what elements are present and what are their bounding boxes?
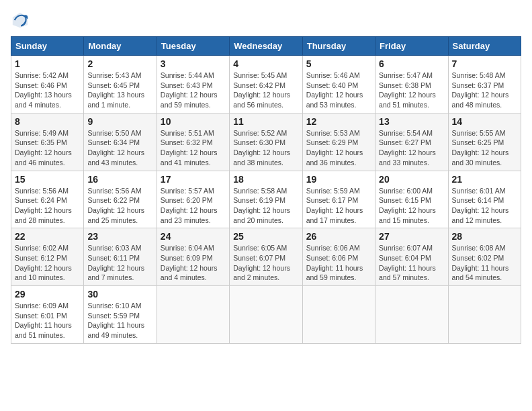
calendar-cell: 26Sunrise: 6:06 AM Sunset: 6:06 PM Dayli…: [302, 228, 375, 286]
day-detail: Sunrise: 5:44 AM Sunset: 6:43 PM Dayligh…: [161, 71, 226, 110]
day-detail: Sunrise: 5:49 AM Sunset: 6:35 PM Dayligh…: [15, 128, 80, 168]
page-header: [11, 11, 521, 30]
day-number: 13: [379, 116, 444, 127]
calendar-week-2: 8Sunrise: 5:49 AM Sunset: 6:35 PM Daylig…: [11, 113, 521, 171]
calendar-cell: 23Sunrise: 6:03 AM Sunset: 6:11 PM Dayli…: [84, 228, 157, 286]
calendar-cell: 9Sunrise: 5:50 AM Sunset: 6:34 PM Daylig…: [84, 113, 157, 171]
day-number: 15: [15, 174, 80, 185]
column-header-friday: Friday: [375, 37, 448, 56]
day-detail: Sunrise: 5:53 AM Sunset: 6:29 PM Dayligh…: [306, 128, 371, 168]
calendar-cell: [375, 286, 448, 344]
calendar-cell: 5Sunrise: 5:46 AM Sunset: 6:40 PM Daylig…: [302, 56, 375, 113]
column-header-tuesday: Tuesday: [157, 37, 229, 56]
calendar-cell: 1Sunrise: 5:42 AM Sunset: 6:46 PM Daylig…: [11, 56, 84, 113]
day-number: 4: [233, 58, 298, 69]
day-detail: Sunrise: 5:43 AM Sunset: 6:45 PM Dayligh…: [87, 71, 152, 110]
day-detail: Sunrise: 6:05 AM Sunset: 6:07 PM Dayligh…: [233, 243, 298, 283]
day-detail: Sunrise: 6:06 AM Sunset: 6:06 PM Dayligh…: [306, 243, 371, 283]
day-number: 18: [233, 174, 298, 185]
logo-icon: [11, 11, 30, 30]
calendar-cell: 7Sunrise: 5:48 AM Sunset: 6:37 PM Daylig…: [448, 56, 521, 113]
day-detail: Sunrise: 5:48 AM Sunset: 6:37 PM Dayligh…: [452, 71, 517, 110]
calendar-cell: 30Sunrise: 6:10 AM Sunset: 5:59 PM Dayli…: [84, 286, 157, 344]
calendar-cell: 2Sunrise: 5:43 AM Sunset: 6:45 PM Daylig…: [84, 56, 157, 113]
day-detail: Sunrise: 5:57 AM Sunset: 6:20 PM Dayligh…: [161, 186, 226, 226]
calendar-cell: 4Sunrise: 5:45 AM Sunset: 6:42 PM Daylig…: [230, 56, 302, 113]
calendar-cell: 18Sunrise: 5:58 AM Sunset: 6:19 PM Dayli…: [230, 171, 302, 228]
day-detail: Sunrise: 5:56 AM Sunset: 6:22 PM Dayligh…: [87, 186, 152, 226]
day-detail: Sunrise: 6:02 AM Sunset: 6:12 PM Dayligh…: [15, 243, 80, 283]
calendar-cell: 27Sunrise: 6:07 AM Sunset: 6:04 PM Dayli…: [375, 228, 448, 286]
day-detail: Sunrise: 5:50 AM Sunset: 6:34 PM Dayligh…: [87, 128, 152, 168]
day-detail: Sunrise: 6:00 AM Sunset: 6:15 PM Dayligh…: [379, 186, 444, 226]
calendar-week-5: 29Sunrise: 6:09 AM Sunset: 6:01 PM Dayli…: [11, 286, 521, 344]
day-number: 9: [87, 116, 152, 127]
calendar-cell: 19Sunrise: 5:59 AM Sunset: 6:17 PM Dayli…: [302, 171, 375, 228]
day-number: 17: [161, 174, 226, 185]
day-detail: Sunrise: 5:46 AM Sunset: 6:40 PM Dayligh…: [306, 71, 371, 110]
day-detail: Sunrise: 5:54 AM Sunset: 6:27 PM Dayligh…: [379, 128, 444, 168]
day-detail: Sunrise: 6:10 AM Sunset: 5:59 PM Dayligh…: [87, 301, 152, 340]
calendar-cell: 21Sunrise: 6:01 AM Sunset: 6:14 PM Dayli…: [448, 171, 521, 228]
calendar-cell: [230, 286, 302, 344]
calendar-cell: 22Sunrise: 6:02 AM Sunset: 6:12 PM Dayli…: [11, 228, 84, 286]
day-detail: Sunrise: 6:03 AM Sunset: 6:11 PM Dayligh…: [87, 243, 152, 283]
calendar-week-1: 1Sunrise: 5:42 AM Sunset: 6:46 PM Daylig…: [11, 56, 521, 113]
calendar-cell: 12Sunrise: 5:53 AM Sunset: 6:29 PM Dayli…: [302, 113, 375, 171]
column-header-saturday: Saturday: [448, 37, 521, 56]
day-detail: Sunrise: 5:56 AM Sunset: 6:24 PM Dayligh…: [15, 186, 80, 226]
day-detail: Sunrise: 5:47 AM Sunset: 6:38 PM Dayligh…: [379, 71, 444, 110]
day-number: 14: [452, 116, 517, 127]
day-number: 5: [306, 58, 371, 69]
day-number: 1: [15, 58, 80, 69]
day-detail: Sunrise: 5:58 AM Sunset: 6:19 PM Dayligh…: [233, 186, 298, 226]
day-detail: Sunrise: 5:59 AM Sunset: 6:17 PM Dayligh…: [306, 186, 371, 226]
day-number: 2: [87, 58, 152, 69]
day-detail: Sunrise: 5:42 AM Sunset: 6:46 PM Dayligh…: [15, 71, 80, 110]
calendar-header-row: SundayMondayTuesdayWednesdayThursdayFrid…: [11, 37, 521, 56]
day-detail: Sunrise: 5:45 AM Sunset: 6:42 PM Dayligh…: [233, 71, 298, 110]
day-number: 6: [379, 58, 444, 69]
calendar-cell: 11Sunrise: 5:52 AM Sunset: 6:30 PM Dayli…: [230, 113, 302, 171]
day-number: 7: [452, 58, 517, 69]
day-detail: Sunrise: 6:09 AM Sunset: 6:01 PM Dayligh…: [15, 301, 80, 340]
logo: [11, 11, 32, 30]
calendar-cell: 14Sunrise: 5:55 AM Sunset: 6:25 PM Dayli…: [448, 113, 521, 171]
day-number: 3: [161, 58, 226, 69]
column-header-thursday: Thursday: [302, 37, 375, 56]
day-detail: Sunrise: 6:04 AM Sunset: 6:09 PM Dayligh…: [161, 243, 226, 283]
day-number: 16: [87, 174, 152, 185]
calendar-cell: 25Sunrise: 6:05 AM Sunset: 6:07 PM Dayli…: [230, 228, 302, 286]
day-detail: Sunrise: 5:52 AM Sunset: 6:30 PM Dayligh…: [233, 128, 298, 168]
calendar-cell: [448, 286, 521, 344]
day-detail: Sunrise: 5:51 AM Sunset: 6:32 PM Dayligh…: [161, 128, 226, 168]
day-number: 28: [452, 231, 517, 242]
calendar-cell: 29Sunrise: 6:09 AM Sunset: 6:01 PM Dayli…: [11, 286, 84, 344]
column-header-sunday: Sunday: [11, 37, 84, 56]
calendar-cell: 3Sunrise: 5:44 AM Sunset: 6:43 PM Daylig…: [157, 56, 229, 113]
day-detail: Sunrise: 6:01 AM Sunset: 6:14 PM Dayligh…: [452, 186, 517, 226]
day-number: 8: [15, 116, 80, 127]
calendar-cell: 24Sunrise: 6:04 AM Sunset: 6:09 PM Dayli…: [157, 228, 229, 286]
day-number: 19: [306, 174, 371, 185]
day-number: 24: [161, 231, 226, 242]
calendar-body: 1Sunrise: 5:42 AM Sunset: 6:46 PM Daylig…: [11, 56, 521, 344]
calendar-cell: [157, 286, 229, 344]
day-number: 25: [233, 231, 298, 242]
column-header-monday: Monday: [84, 37, 157, 56]
day-number: 20: [379, 174, 444, 185]
calendar-cell: 17Sunrise: 5:57 AM Sunset: 6:20 PM Dayli…: [157, 171, 229, 228]
calendar-cell: 16Sunrise: 5:56 AM Sunset: 6:22 PM Dayli…: [84, 171, 157, 228]
calendar-table: SundayMondayTuesdayWednesdayThursdayFrid…: [11, 36, 521, 344]
day-detail: Sunrise: 6:07 AM Sunset: 6:04 PM Dayligh…: [379, 243, 444, 283]
day-number: 27: [379, 231, 444, 242]
day-number: 22: [15, 231, 80, 242]
calendar-cell: 13Sunrise: 5:54 AM Sunset: 6:27 PM Dayli…: [375, 113, 448, 171]
day-detail: Sunrise: 5:55 AM Sunset: 6:25 PM Dayligh…: [452, 128, 517, 168]
day-number: 21: [452, 174, 517, 185]
calendar-cell: 6Sunrise: 5:47 AM Sunset: 6:38 PM Daylig…: [375, 56, 448, 113]
day-number: 26: [306, 231, 371, 242]
day-number: 23: [87, 231, 152, 242]
day-number: 29: [15, 289, 80, 300]
calendar-week-4: 22Sunrise: 6:02 AM Sunset: 6:12 PM Dayli…: [11, 228, 521, 286]
